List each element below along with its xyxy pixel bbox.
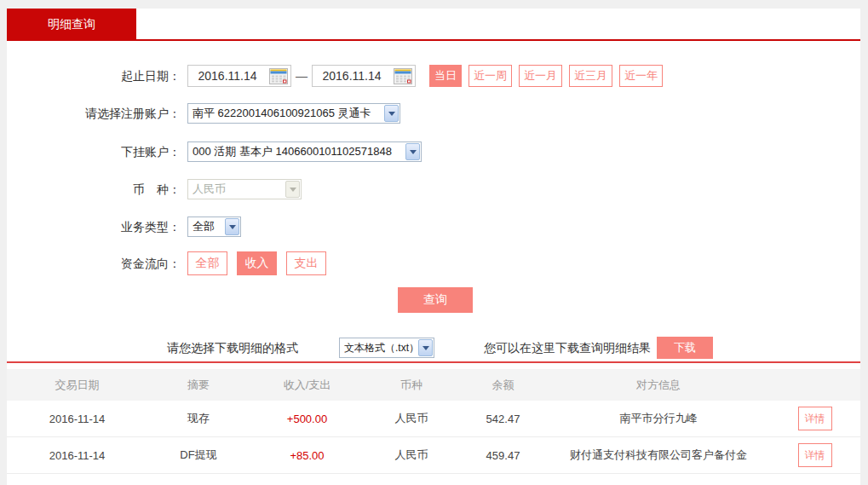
registered-account-row: 请选择注册账户： 南平 6222001406100921065 灵通卡: [7, 101, 860, 125]
calendar-icon[interactable]: [394, 68, 412, 84]
calendar-icon[interactable]: [269, 68, 288, 84]
cell-transaction-date: 2016-11-14: [7, 413, 147, 425]
header-summary: 摘要: [147, 378, 250, 393]
tab-bar: 明细查询: [7, 9, 860, 41]
quick-range-month-button[interactable]: 近一月: [519, 65, 562, 87]
fund-flow-row: 资金流向： 全部 收入 支出: [7, 251, 860, 275]
cell-currency: 人民币: [365, 411, 458, 426]
registered-account-value: 南平 6222001406100921065 灵通卡: [193, 106, 371, 121]
chevron-down-icon[interactable]: [225, 218, 239, 235]
end-date-input[interactable]: [313, 66, 391, 85]
table-row: 2016-11-14 现存 +500.00 人民币 542.47 南平市分行九峰…: [7, 401, 860, 437]
registered-account-label: 请选择注册账户：: [7, 101, 181, 125]
cell-currency: 人民币: [365, 447, 458, 463]
results-table: 交易日期 摘要 收入/支出 币种 余额 对方信息 2016-11-14 现存 +…: [7, 361, 860, 474]
date-separator: —: [296, 69, 308, 83]
fund-flow-income-button[interactable]: 收入: [237, 251, 277, 275]
download-format-label: 请您选择下载明细的格式: [167, 337, 298, 359]
cell-counterparty: 南平市分行九峰: [548, 411, 769, 426]
business-type-row: 业务类型： 全部: [7, 215, 860, 239]
fund-flow-all-button[interactable]: 全部: [187, 251, 227, 275]
registered-account-select[interactable]: 南平 6222001406100921065 灵通卡: [187, 103, 400, 124]
cell-transaction-date: 2016-11-14: [7, 449, 147, 462]
tab-detail-query[interactable]: 明细查询: [7, 9, 136, 41]
business-type-value: 全部: [193, 219, 215, 234]
chevron-down-icon: [285, 181, 300, 198]
table-row: 2016-11-14 DF提现 +85.00 人民币 459.47 财付通支付科…: [7, 437, 860, 474]
download-hint-text: 您可以在这里下载查询明细结果: [484, 337, 651, 359]
end-date-field[interactable]: [312, 65, 416, 87]
quick-range-year-button[interactable]: 近一年: [619, 65, 663, 87]
query-button[interactable]: 查询: [398, 287, 473, 313]
cell-counterparty: 财付通支付科技有限公司客户备付金: [548, 447, 769, 463]
cell-balance: 542.47: [458, 413, 548, 425]
start-date-field[interactable]: [187, 65, 291, 87]
download-button[interactable]: 下载: [657, 337, 713, 359]
cell-amount: +500.00: [250, 413, 365, 425]
currency-label: 币 种：: [7, 177, 181, 201]
cell-amount: +85.00: [250, 449, 365, 462]
cell-summary: 现存: [147, 411, 250, 426]
header-balance: 余额: [458, 378, 548, 393]
detail-button[interactable]: 详情: [798, 443, 832, 467]
business-type-select[interactable]: 全部: [187, 217, 241, 237]
linked-account-value: 000 活期 基本户 1406600101102571848: [193, 144, 392, 159]
linked-account-label: 下挂账户：: [7, 140, 181, 164]
quick-range-week-button[interactable]: 近一周: [468, 65, 512, 87]
currency-value: 人民币: [193, 182, 226, 197]
detail-button[interactable]: 详情: [798, 407, 832, 430]
header-counterparty: 对方信息: [548, 378, 769, 393]
content-panel: 明细查询 起止日期： —: [7, 9, 860, 485]
cell-balance: 459.47: [458, 449, 548, 462]
header-currency: 币种: [365, 378, 458, 393]
currency-row: 币 种： 人民币: [7, 177, 860, 201]
quick-range-3months-button[interactable]: 近三月: [569, 65, 612, 87]
date-range-row: 起止日期： —: [7, 64, 860, 88]
chevron-down-icon[interactable]: [405, 143, 420, 160]
date-range-label: 起止日期：: [7, 64, 181, 88]
table-header-row: 交易日期 摘要 收入/支出 币种 余额 对方信息: [7, 369, 860, 401]
fund-flow-expense-button[interactable]: 支出: [286, 251, 326, 275]
fund-flow-label: 资金流向：: [7, 251, 181, 275]
business-type-label: 业务类型：: [7, 215, 181, 239]
quick-range-today-button[interactable]: 当日: [429, 65, 462, 87]
cell-summary: DF提现: [147, 447, 250, 463]
linked-account-row: 下挂账户： 000 活期 基本户 1406600101102571848: [7, 140, 860, 164]
linked-account-select[interactable]: 000 活期 基本户 1406600101102571848: [187, 141, 422, 162]
chevron-down-icon[interactable]: [418, 339, 433, 356]
currency-select: 人民币: [187, 179, 302, 199]
start-date-input[interactable]: [188, 66, 267, 85]
download-format-value: 文本格式（.txt）: [344, 341, 419, 355]
download-row: 请您选择下载明细的格式 文本格式（.txt） 您可以在这里下载查询明细结果 下载: [7, 337, 860, 361]
header-income-expense: 收入/支出: [250, 378, 365, 393]
header-transaction-date: 交易日期: [7, 378, 147, 393]
download-format-select[interactable]: 文本格式（.txt）: [339, 338, 434, 358]
chevron-down-icon[interactable]: [384, 105, 399, 122]
